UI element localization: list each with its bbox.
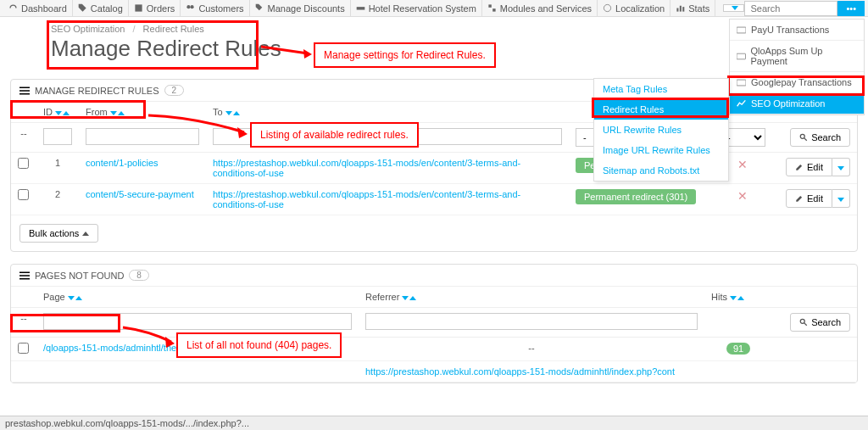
edit-label: Edit — [807, 193, 823, 204]
svg-rect-24 — [19, 271, 30, 273]
nav-localization[interactable]: Localization — [598, 0, 670, 16]
stats-icon — [676, 3, 685, 13]
svg-point-27 — [800, 319, 804, 323]
row-actions-dropdown[interactable] — [832, 158, 850, 176]
cell-referrer-link[interactable]: https://prestashop.webkul.com/qloapps-15… — [365, 366, 675, 377]
bulk-label: Bulk actions — [29, 228, 79, 238]
submenu-sitemap[interactable]: Sitemap and Robots.txt — [594, 160, 728, 181]
svg-rect-3 — [356, 7, 364, 9]
cell-id: 1 — [36, 153, 79, 184]
svg-rect-8 — [680, 6, 682, 12]
nav-label: Modules and Services — [500, 3, 592, 14]
cell-from-link[interactable]: content/5-secure-payment — [86, 189, 194, 199]
bulk-actions-button[interactable]: Bulk actions — [19, 224, 98, 243]
chevron-down-icon — [732, 6, 738, 10]
cell-id: 2 — [36, 184, 79, 215]
menu-label: PayU Transactions — [751, 25, 829, 35]
table-row[interactable]: 1 content/1-policies https://prestashop.… — [11, 153, 857, 184]
pencil-icon — [795, 194, 804, 203]
menu-sumup[interactable]: QloApps Sum Up Payment — [730, 41, 864, 72]
panel-title: PAGES NOT FOUND — [35, 271, 124, 281]
search-label: Search — [811, 317, 841, 327]
filter-referrer-input[interactable] — [365, 313, 698, 330]
table-row[interactable]: /qloapps-151-mods/adminhtl/themes/defaul… — [11, 338, 857, 361]
filter-id-input[interactable] — [43, 128, 72, 145]
table-row[interactable]: https://prestashop.webkul.com/qloapps-15… — [11, 361, 857, 383]
menu-label: QloApps Sum Up Payment — [751, 46, 858, 66]
sort-asc-icon[interactable] — [409, 296, 416, 300]
sort-desc-icon[interactable] — [730, 296, 737, 300]
submenu-url-rewrite[interactable]: URL Rewrite Rules — [594, 120, 728, 140]
row-checkbox[interactable] — [18, 158, 29, 169]
nav-hotel[interactable]: Hotel Reservation System — [351, 0, 482, 16]
cell-to-link[interactable]: https://prestashop.webkul.com/qloapps-15… — [213, 189, 520, 209]
tags-icon — [255, 3, 264, 13]
col-referrer[interactable]: Referrer — [365, 292, 399, 302]
edit-label: Edit — [807, 162, 823, 172]
nav-orders[interactable]: Orders — [129, 0, 181, 16]
redirect-table: ID From To atus -- - - Search 1 — [11, 102, 857, 215]
submenu-meta-tags[interactable]: Meta Tag Rules — [594, 79, 728, 99]
cell-from-link[interactable]: content/1-policies — [86, 158, 159, 168]
pages-not-found-panel: PAGES NOT FOUND 8 Page Referrer Hits -- … — [10, 264, 858, 383]
nav-discounts[interactable]: Manage Discounts — [250, 0, 351, 16]
search-button[interactable]: Search — [790, 313, 850, 332]
hits-badge: 91 — [726, 343, 750, 355]
list-icon — [19, 86, 30, 96]
nav-catalog[interactable]: Catalog — [73, 0, 129, 16]
row-checkbox[interactable] — [18, 343, 29, 354]
panel-count-badge: 8 — [129, 270, 149, 281]
svg-rect-7 — [677, 8, 679, 12]
annotation-nf-label: List of all not found (404) pages. — [176, 332, 342, 358]
col-hits[interactable]: Hits — [711, 292, 727, 302]
svg-rect-26 — [19, 278, 30, 280]
status-disabled-icon[interactable]: ✕ — [737, 158, 748, 171]
search-dropdown-button[interactable] — [723, 4, 744, 12]
menu-seo-optimization[interactable]: SEO Optimization — [730, 93, 864, 114]
nav-modules[interactable]: Modules and Services — [482, 0, 598, 16]
annotation-box-redirect — [592, 98, 729, 118]
search-button[interactable]: Search — [790, 128, 850, 147]
annotation-list-label: Listing of available redirect rules. — [250, 122, 419, 148]
orders-icon — [134, 3, 143, 13]
sort-desc-icon[interactable] — [402, 296, 409, 300]
global-search-input[interactable] — [744, 1, 837, 16]
svg-rect-4 — [488, 4, 491, 7]
col-page[interactable]: Page — [43, 292, 65, 302]
row-checkbox[interactable] — [18, 189, 29, 200]
submenu-image-url-rewrite[interactable]: Image URL Rewrite Rules — [594, 140, 728, 160]
nav-label: Customers — [198, 3, 243, 14]
chevron-up-icon — [82, 232, 89, 236]
annotation-nf-head-box — [10, 314, 120, 332]
svg-rect-18 — [19, 90, 30, 92]
row-actions-dropdown[interactable] — [832, 189, 850, 208]
sort-desc-icon[interactable] — [225, 111, 232, 115]
sort-asc-icon[interactable] — [233, 111, 240, 115]
cell-to-link[interactable]: https://prestashop.webkul.com/qloapps-15… — [213, 158, 520, 178]
nav-dashboard[interactable]: Dashboard — [3, 0, 73, 16]
notfound-table: Page Referrer Hits -- Search /qloapps-15… — [11, 287, 857, 383]
search-submit-button[interactable]: ••• — [837, 1, 865, 16]
nav-customers[interactable]: Customers — [181, 0, 249, 16]
sort-asc-icon[interactable] — [75, 296, 82, 300]
menu-payu[interactable]: PayU Transactions — [730, 20, 864, 41]
col-to[interactable]: To — [213, 107, 223, 117]
panel-count-badge: 2 — [164, 85, 185, 96]
redirect-type-badge: Permanent redirect (301) — [576, 189, 696, 204]
cell-referrer: -- — [359, 338, 704, 361]
table-row[interactable]: 2 content/5-secure-payment https://prest… — [11, 184, 857, 215]
filter-from-input[interactable] — [86, 128, 199, 145]
edit-button[interactable]: Edit — [786, 189, 832, 208]
chevron-down-icon — [837, 198, 844, 202]
svg-rect-19 — [19, 93, 30, 95]
nav-stats[interactable]: Stats — [670, 0, 715, 16]
status-disabled-icon[interactable]: ✕ — [737, 189, 748, 203]
sort-asc-icon[interactable] — [737, 296, 744, 300]
svg-point-21 — [800, 134, 804, 138]
payments-dropdown: PayU Transactions QloApps Sum Up Payment… — [729, 19, 865, 115]
sort-desc-icon[interactable] — [68, 296, 75, 300]
edit-button[interactable]: Edit — [786, 158, 832, 176]
panel-heading: PAGES NOT FOUND 8 — [11, 265, 857, 287]
nav-label: Orders — [147, 3, 175, 14]
svg-rect-13 — [737, 53, 746, 59]
